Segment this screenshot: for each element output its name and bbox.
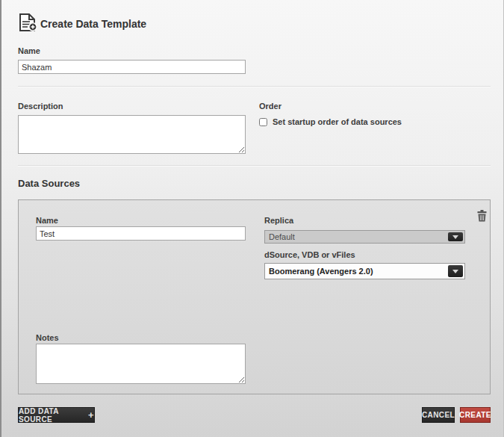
document-plus-icon xyxy=(18,13,37,31)
data-source-card: Name Replica Default dSource, VDB or vFi… xyxy=(18,199,491,394)
replica-label: Replica xyxy=(264,216,293,225)
create-data-template-dialog: Create Data Template Name Description Or… xyxy=(0,0,504,437)
description-textarea[interactable] xyxy=(18,115,246,154)
plus-icon: + xyxy=(88,412,94,419)
notes-textarea[interactable] xyxy=(36,344,246,384)
order-label: Order xyxy=(259,102,281,111)
caret-down-icon[interactable] xyxy=(448,265,463,277)
trash-icon[interactable] xyxy=(477,210,487,222)
replica-select[interactable]: Default xyxy=(264,230,465,244)
data-sources-heading: Data Sources xyxy=(18,178,80,189)
cancel-button-label: CANCEL xyxy=(422,411,455,419)
name-input[interactable] xyxy=(18,60,246,74)
startup-order-row: Set startup order of data sources xyxy=(259,117,402,126)
notes-label: Notes xyxy=(36,333,59,342)
dsource-select[interactable]: Boomerang (Avengers 2.0) xyxy=(264,263,465,279)
add-data-source-button[interactable]: ADD DATA SOURCE + xyxy=(18,407,95,423)
name-label: Name xyxy=(18,46,40,55)
divider xyxy=(18,86,491,87)
create-button[interactable]: CREATE xyxy=(460,407,491,423)
cancel-button[interactable]: CANCEL xyxy=(422,407,455,423)
startup-order-checkbox-label: Set startup order of data sources xyxy=(273,117,402,126)
dsource-selected-value: Boomerang (Avengers 2.0) xyxy=(265,267,464,276)
page-title: Create Data Template xyxy=(40,18,146,30)
caret-down-icon[interactable] xyxy=(448,232,463,241)
add-data-source-label: ADD DATA SOURCE xyxy=(19,407,84,424)
startup-order-checkbox[interactable] xyxy=(259,118,267,126)
create-button-label: CREATE xyxy=(459,411,491,419)
replica-selected-value: Default xyxy=(265,232,464,241)
source-name-label: Name xyxy=(36,216,58,225)
dsource-vdb-vfiles-label: dSource, VDB or vFiles xyxy=(264,250,355,259)
description-label: Description xyxy=(18,102,63,111)
source-name-input[interactable] xyxy=(36,226,246,241)
divider xyxy=(18,165,491,167)
